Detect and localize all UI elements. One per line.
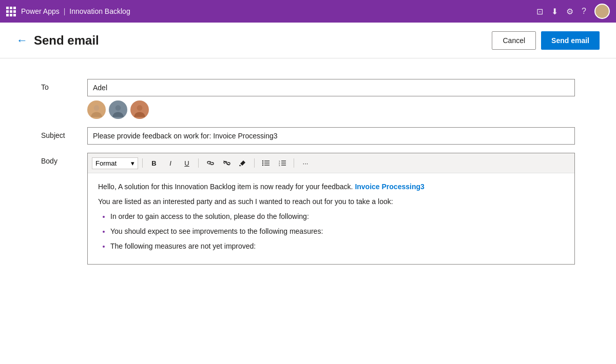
topbar-right: ⊡ ⬇ ⚙ ?: [536, 4, 610, 19]
underline-button[interactable]: U: [180, 156, 194, 170]
recipient-avatar-2[interactable]: [109, 100, 127, 119]
link-button[interactable]: [203, 156, 217, 170]
recipient-avatar-3[interactable]: [130, 100, 149, 119]
to-input[interactable]: [87, 79, 575, 96]
subject-field-container: [87, 127, 575, 145]
svg-point-8: [262, 163, 263, 164]
unordered-list-button[interactable]: [259, 156, 273, 170]
page-title: Send email: [34, 33, 99, 48]
format-label: Format: [95, 159, 117, 167]
user-avatar[interactable]: [594, 4, 610, 19]
body-line2: You are listed as an interested party an…: [98, 196, 564, 207]
svg-point-0: [601, 8, 604, 11]
bullet-item-3: The following measures are not yet impro…: [110, 241, 564, 252]
to-row: To: [41, 79, 575, 119]
format-dropdown[interactable]: Format ▾: [92, 157, 138, 169]
bullet-item-1: In order to gain access to the solution,…: [110, 211, 564, 222]
svg-text:3.: 3.: [279, 164, 280, 167]
ordered-list-button[interactable]: 1. 2. 3.: [275, 156, 290, 170]
toolbar-separator-4: [294, 158, 294, 168]
topbar-app-name: Power Apps|Innovation Backlog: [21, 7, 130, 15]
help-icon[interactable]: ?: [582, 7, 586, 16]
toolbar-separator-1: [142, 158, 143, 168]
screen-cast-icon[interactable]: ⊡: [536, 7, 543, 16]
to-field-container: [87, 79, 575, 119]
body-editor-container: Format ▾ B I U: [87, 153, 575, 265]
body-label: Body: [41, 153, 87, 165]
main-content: To: [0, 58, 616, 364]
topbar-left: Power Apps|Innovation Backlog: [6, 7, 130, 16]
to-label: To: [41, 79, 87, 91]
recipient-avatar-1[interactable]: [87, 100, 106, 119]
body-row: Body Format ▾ B I U: [41, 153, 575, 265]
body-line1: Hello, A solution for this Innovation Ba…: [98, 181, 564, 192]
recipients-row: [87, 100, 575, 119]
editor-toolbar: Format ▾ B I U: [88, 153, 574, 173]
toolbar-separator-2: [198, 158, 199, 168]
gear-icon[interactable]: ⚙: [566, 7, 573, 16]
page-header-left: ← Send email: [16, 33, 99, 48]
italic-button[interactable]: I: [163, 156, 178, 170]
body-editor[interactable]: Hello, A solution for this Innovation Ba…: [88, 173, 574, 264]
subject-label: Subject: [41, 127, 87, 139]
svg-point-7: [262, 160, 263, 161]
header-actions: Cancel Send email: [492, 31, 600, 50]
highlight-button[interactable]: [236, 156, 250, 170]
page-context-label: Innovation Backlog: [69, 7, 130, 15]
svg-point-6: [137, 105, 143, 111]
more-options-button[interactable]: ···: [298, 156, 313, 170]
svg-point-9: [262, 165, 263, 166]
page-header: ← Send email Cancel Send email: [0, 23, 616, 58]
svg-point-2: [94, 105, 100, 111]
svg-point-4: [116, 105, 121, 111]
download-icon[interactable]: ⬇: [551, 7, 558, 16]
bullet-item-2: You should expect to see improvements to…: [110, 226, 564, 237]
app-name-label: Power Apps: [21, 7, 60, 15]
toolbar-separator-3: [254, 158, 255, 168]
waffle-icon[interactable]: [6, 7, 16, 16]
invoice-link[interactable]: Invoice Processing3: [355, 183, 424, 191]
body-bullets: In order to gain access to the solution,…: [110, 211, 564, 252]
send-email-button[interactable]: Send email: [541, 31, 600, 50]
subject-row: Subject: [41, 127, 575, 145]
back-button[interactable]: ←: [16, 35, 28, 46]
bold-button[interactable]: B: [147, 156, 161, 170]
topbar: Power Apps|Innovation Backlog ⊡ ⬇ ⚙ ?: [0, 0, 616, 23]
topbar-separator: |: [64, 7, 66, 15]
subject-input[interactable]: [87, 127, 575, 145]
chevron-down-icon: ▾: [131, 159, 134, 167]
cancel-button[interactable]: Cancel: [492, 31, 536, 50]
unlink-button[interactable]: [219, 156, 234, 170]
